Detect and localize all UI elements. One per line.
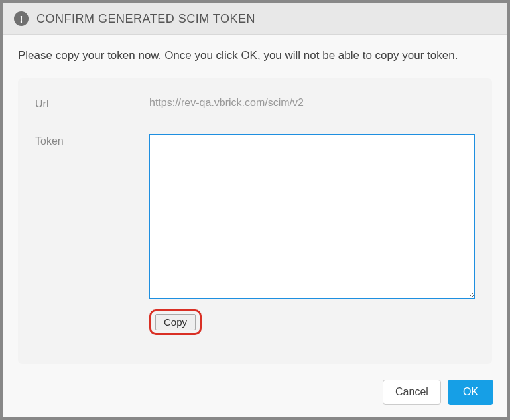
exclamation-icon: ! [14,11,29,26]
url-row: Url https://rev-qa.vbrick.com/scim/v2 [35,97,475,110]
copy-highlight: Copy [149,309,202,335]
url-label: Url [35,97,149,110]
modal-footer: Cancel OK [3,370,507,417]
token-row: Token Copy [35,134,475,335]
form-card: Url https://rev-qa.vbrick.com/scim/v2 To… [18,78,492,364]
copy-button[interactable]: Copy [155,314,196,330]
token-field-wrapper: Copy [149,134,475,335]
url-value: https://rev-qa.vbrick.com/scim/v2 [149,97,475,109]
instruction-text: Please copy your token now. Once you cli… [18,48,492,64]
modal-dialog: ! CONFIRM GENERATED SCIM TOKEN Please co… [3,3,507,417]
modal-body: Please copy your token now. Once you cli… [3,35,507,370]
ok-button[interactable]: OK [448,380,493,405]
cancel-button[interactable]: Cancel [383,380,441,405]
modal-title: CONFIRM GENERATED SCIM TOKEN [36,12,255,26]
token-textarea[interactable] [149,134,475,299]
token-label: Token [35,134,149,147]
modal-header: ! CONFIRM GENERATED SCIM TOKEN [3,3,507,35]
